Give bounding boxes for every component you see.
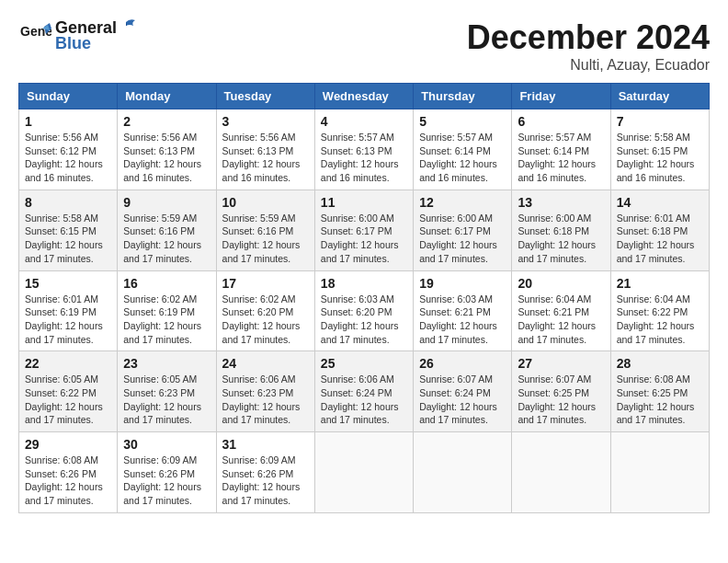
calendar-cell: 14Sunrise: 6:01 AM Sunset: 6:18 PM Dayli… [610, 190, 709, 270]
day-info: Sunrise: 6:09 AM Sunset: 6:26 PM Dayligh… [123, 454, 210, 508]
day-number: 10 [222, 195, 309, 210]
day-info: Sunrise: 5:57 AM Sunset: 6:13 PM Dayligh… [321, 131, 407, 185]
calendar-cell: 29Sunrise: 6:08 AM Sunset: 6:26 PM Dayli… [19, 432, 118, 513]
day-info: Sunrise: 6:04 AM Sunset: 6:21 PM Dayligh… [518, 293, 604, 347]
day-number: 5 [419, 114, 506, 129]
calendar-week-row: 29Sunrise: 6:08 AM Sunset: 6:26 PM Dayli… [19, 432, 710, 513]
day-number: 29 [25, 437, 111, 452]
day-info: Sunrise: 6:03 AM Sunset: 6:21 PM Dayligh… [419, 293, 506, 347]
day-info: Sunrise: 6:01 AM Sunset: 6:19 PM Dayligh… [25, 293, 111, 347]
day-info: Sunrise: 6:00 AM Sunset: 6:17 PM Dayligh… [321, 212, 407, 266]
page-header: General General Blue December 2024 Nulti… [18, 18, 710, 74]
calendar-cell: 16Sunrise: 6:02 AM Sunset: 6:19 PM Dayli… [118, 270, 216, 351]
location-title: Nulti, Azuay, Ecuador [467, 57, 710, 74]
day-number: 31 [222, 437, 309, 452]
day-info: Sunrise: 6:01 AM Sunset: 6:18 PM Dayligh… [617, 212, 703, 266]
calendar-cell [610, 432, 709, 513]
column-header-tuesday: Tuesday [216, 84, 314, 109]
calendar-cell: 15Sunrise: 6:01 AM Sunset: 6:19 PM Dayli… [19, 270, 118, 351]
day-number: 11 [321, 195, 407, 210]
calendar-cell: 1Sunrise: 5:56 AM Sunset: 6:12 PM Daylig… [19, 109, 118, 190]
calendar-cell: 21Sunrise: 6:04 AM Sunset: 6:22 PM Dayli… [610, 270, 709, 351]
day-number: 23 [123, 356, 210, 371]
day-info: Sunrise: 5:58 AM Sunset: 6:15 PM Dayligh… [25, 212, 111, 266]
day-info: Sunrise: 6:05 AM Sunset: 6:22 PM Dayligh… [25, 373, 111, 427]
day-info: Sunrise: 6:08 AM Sunset: 6:25 PM Dayligh… [617, 373, 703, 427]
column-header-sunday: Sunday [19, 84, 118, 109]
day-info: Sunrise: 6:00 AM Sunset: 6:17 PM Dayligh… [419, 212, 506, 266]
day-info: Sunrise: 6:07 AM Sunset: 6:24 PM Dayligh… [419, 373, 506, 427]
day-number: 20 [518, 276, 604, 291]
day-info: Sunrise: 6:06 AM Sunset: 6:24 PM Dayligh… [321, 373, 407, 427]
calendar-cell: 17Sunrise: 6:02 AM Sunset: 6:20 PM Dayli… [216, 270, 314, 351]
calendar-week-row: 22Sunrise: 6:05 AM Sunset: 6:22 PM Dayli… [19, 351, 710, 432]
day-number: 14 [617, 195, 703, 210]
day-number: 13 [518, 195, 604, 210]
day-info: Sunrise: 5:56 AM Sunset: 6:13 PM Dayligh… [222, 131, 309, 185]
day-number: 3 [222, 114, 309, 129]
logo: General General Blue [18, 18, 137, 53]
calendar-cell: 28Sunrise: 6:08 AM Sunset: 6:25 PM Dayli… [610, 351, 709, 432]
calendar-cell: 18Sunrise: 6:03 AM Sunset: 6:20 PM Dayli… [314, 270, 413, 351]
day-number: 4 [321, 114, 407, 129]
calendar-cell: 24Sunrise: 6:06 AM Sunset: 6:23 PM Dayli… [216, 351, 314, 432]
day-number: 26 [419, 356, 506, 371]
day-info: Sunrise: 6:09 AM Sunset: 6:26 PM Dayligh… [222, 454, 309, 508]
calendar-cell: 22Sunrise: 6:05 AM Sunset: 6:22 PM Dayli… [19, 351, 118, 432]
day-info: Sunrise: 5:59 AM Sunset: 6:16 PM Dayligh… [222, 212, 309, 266]
day-info: Sunrise: 5:59 AM Sunset: 6:16 PM Dayligh… [123, 212, 210, 266]
column-header-friday: Friday [512, 84, 610, 109]
day-number: 1 [25, 114, 111, 129]
day-number: 12 [419, 195, 506, 210]
day-number: 30 [123, 437, 210, 452]
column-header-wednesday: Wednesday [314, 84, 413, 109]
calendar-cell: 30Sunrise: 6:09 AM Sunset: 6:26 PM Dayli… [118, 432, 216, 513]
calendar-cell: 7Sunrise: 5:58 AM Sunset: 6:15 PM Daylig… [610, 109, 709, 190]
calendar-cell: 3Sunrise: 5:56 AM Sunset: 6:13 PM Daylig… [216, 109, 314, 190]
day-info: Sunrise: 6:02 AM Sunset: 6:20 PM Dayligh… [222, 293, 309, 347]
day-number: 21 [617, 276, 703, 291]
day-info: Sunrise: 6:05 AM Sunset: 6:23 PM Dayligh… [123, 373, 210, 427]
day-number: 22 [25, 356, 111, 371]
column-header-saturday: Saturday [610, 84, 709, 109]
day-info: Sunrise: 5:58 AM Sunset: 6:15 PM Dayligh… [617, 131, 703, 185]
calendar-cell: 8Sunrise: 5:58 AM Sunset: 6:15 PM Daylig… [19, 190, 118, 270]
calendar-week-row: 8Sunrise: 5:58 AM Sunset: 6:15 PM Daylig… [19, 190, 710, 270]
day-info: Sunrise: 6:02 AM Sunset: 6:19 PM Dayligh… [123, 293, 210, 347]
day-info: Sunrise: 6:04 AM Sunset: 6:22 PM Dayligh… [617, 293, 703, 347]
calendar-cell: 13Sunrise: 6:00 AM Sunset: 6:18 PM Dayli… [512, 190, 610, 270]
calendar-cell: 23Sunrise: 6:05 AM Sunset: 6:23 PM Dayli… [118, 351, 216, 432]
calendar-cell: 25Sunrise: 6:06 AM Sunset: 6:24 PM Dayli… [314, 351, 413, 432]
calendar-week-row: 1Sunrise: 5:56 AM Sunset: 6:12 PM Daylig… [19, 109, 710, 190]
day-number: 24 [222, 356, 309, 371]
month-title: December 2024 [467, 18, 710, 57]
calendar-cell: 11Sunrise: 6:00 AM Sunset: 6:17 PM Dayli… [314, 190, 413, 270]
calendar-cell: 20Sunrise: 6:04 AM Sunset: 6:21 PM Dayli… [512, 270, 610, 351]
day-info: Sunrise: 6:07 AM Sunset: 6:25 PM Dayligh… [518, 373, 604, 427]
day-number: 25 [321, 356, 407, 371]
day-info: Sunrise: 5:56 AM Sunset: 6:13 PM Dayligh… [123, 131, 210, 185]
day-info: Sunrise: 6:06 AM Sunset: 6:23 PM Dayligh… [222, 373, 309, 427]
day-number: 9 [123, 195, 210, 210]
calendar-cell [512, 432, 610, 513]
day-number: 8 [25, 195, 111, 210]
calendar-cell: 10Sunrise: 5:59 AM Sunset: 6:16 PM Dayli… [216, 190, 314, 270]
day-number: 6 [518, 114, 604, 129]
calendar-cell: 27Sunrise: 6:07 AM Sunset: 6:25 PM Dayli… [512, 351, 610, 432]
calendar-cell: 26Sunrise: 6:07 AM Sunset: 6:24 PM Dayli… [414, 351, 512, 432]
day-number: 18 [321, 276, 407, 291]
calendar-cell: 4Sunrise: 5:57 AM Sunset: 6:13 PM Daylig… [314, 109, 413, 190]
day-number: 27 [518, 356, 604, 371]
calendar-cell: 9Sunrise: 5:59 AM Sunset: 6:16 PM Daylig… [118, 190, 216, 270]
calendar-cell [414, 432, 512, 513]
day-number: 15 [25, 276, 111, 291]
calendar-cell: 6Sunrise: 5:57 AM Sunset: 6:14 PM Daylig… [512, 109, 610, 190]
title-area: December 2024 Nulti, Azuay, Ecuador [467, 18, 710, 74]
calendar-cell: 31Sunrise: 6:09 AM Sunset: 6:26 PM Dayli… [216, 432, 314, 513]
logo-bird-icon [119, 18, 137, 33]
day-info: Sunrise: 5:57 AM Sunset: 6:14 PM Dayligh… [518, 131, 604, 185]
day-info: Sunrise: 6:00 AM Sunset: 6:18 PM Dayligh… [518, 212, 604, 266]
calendar-cell: 5Sunrise: 5:57 AM Sunset: 6:14 PM Daylig… [414, 109, 512, 190]
day-number: 17 [222, 276, 309, 291]
calendar-header-row: SundayMondayTuesdayWednesdayThursdayFrid… [19, 84, 710, 109]
